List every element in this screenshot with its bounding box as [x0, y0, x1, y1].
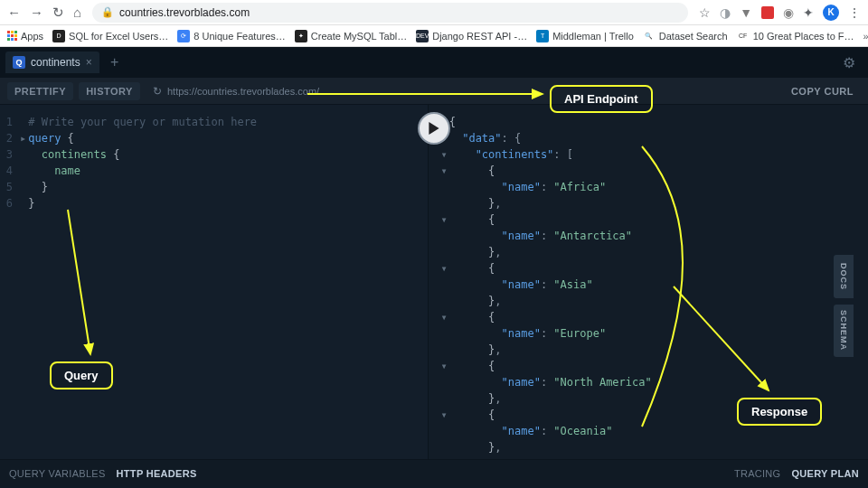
- bookmark-item[interactable]: ⟳8 Unique Features…: [177, 30, 286, 42]
- query-plan-tab[interactable]: QUERY PLAN: [791, 468, 859, 479]
- copy-curl-button[interactable]: COPY CURL: [784, 82, 861, 100]
- apps-button[interactable]: Apps: [7, 31, 43, 42]
- ext-icon-4[interactable]: ◉: [783, 5, 794, 20]
- nav-back-icon[interactable]: ←: [7, 5, 21, 21]
- execute-button[interactable]: [418, 112, 450, 145]
- star-icon[interactable]: ☆: [699, 5, 711, 20]
- schema-rail[interactable]: SCHEMA: [834, 305, 854, 357]
- bookmarks-bar: Apps DSQL for Excel Users…⟳8 Unique Feat…: [0, 25, 868, 47]
- favicon: 🔍: [643, 30, 656, 42]
- tracing-tab[interactable]: TRACING: [734, 468, 781, 479]
- graphql-playground: Q continents × + ⚙ PRETTIFY HISTORY ↻ ht…: [0, 47, 868, 488]
- address-bar[interactable]: 🔒 countries.trevorblades.com: [92, 3, 688, 23]
- apps-grid-icon: [7, 31, 17, 41]
- favicon: ✦: [295, 30, 307, 42]
- footer-tabs: QUERY VARIABLES HTTP HEADERS TRACING QUE…: [0, 459, 868, 486]
- endpoint-url-field[interactable]: ↻ https://countries.trevorblades.com/: [146, 85, 778, 98]
- reload-icon: ↻: [153, 85, 162, 98]
- url-text: countries.trevorblades.com: [119, 6, 250, 19]
- http-headers-tab[interactable]: HTTP HEADERS: [117, 468, 197, 479]
- prettify-button[interactable]: PRETTIFY: [7, 82, 73, 100]
- ext-icon-2[interactable]: ▼: [740, 5, 752, 20]
- favicon: CF: [737, 30, 750, 42]
- response-viewer[interactable]: ▾{▾ "data": {▾ "continents": [▾ { "name"…: [428, 105, 869, 459]
- query-variables-tab[interactable]: QUERY VARIABLES: [9, 468, 106, 479]
- ext-icon-3[interactable]: [761, 6, 774, 19]
- tab-label: continents: [31, 56, 80, 69]
- query-type-icon: Q: [13, 56, 25, 69]
- nav-forward-icon[interactable]: →: [30, 5, 43, 21]
- favicon: ⟳: [177, 30, 190, 42]
- favicon: T: [536, 30, 549, 42]
- menu-icon[interactable]: ⋮: [848, 5, 861, 20]
- lock-icon: 🔒: [101, 6, 114, 18]
- bookmark-item[interactable]: TMiddleman | Trello: [536, 30, 634, 42]
- nav-home-icon[interactable]: ⌂: [73, 5, 81, 21]
- tab-bar: Q continents × + ⚙: [0, 47, 868, 78]
- profile-avatar[interactable]: K: [823, 5, 839, 21]
- bookmark-item[interactable]: CF10 Great Places to F…: [737, 30, 854, 42]
- bookmark-item[interactable]: DSQL for Excel Users…: [52, 30, 168, 42]
- bookmark-item[interactable]: ✦Create MySQL Tabl…: [295, 30, 407, 42]
- gear-icon[interactable]: ⚙: [843, 54, 855, 71]
- bookmark-item[interactable]: 🔍Dataset Search: [643, 30, 728, 42]
- extensions-icon[interactable]: ✦: [803, 5, 814, 20]
- add-tab-button[interactable]: +: [105, 52, 125, 72]
- close-icon[interactable]: ×: [86, 56, 92, 69]
- endpoint-url-text: https://countries.trevorblades.com/: [167, 86, 319, 97]
- bookmarks-overflow[interactable]: »: [863, 31, 868, 42]
- tab-continents[interactable]: Q continents ×: [5, 52, 99, 73]
- favicon: D: [52, 30, 65, 42]
- ext-icon-1[interactable]: ◑: [720, 5, 731, 20]
- browser-toolbar: ← → ↻ ⌂ 🔒 countries.trevorblades.com ☆ ◑…: [0, 0, 868, 25]
- playground-toolbar: PRETTIFY HISTORY ↻ https://countries.tre…: [0, 78, 868, 105]
- nav-reload-icon[interactable]: ↻: [52, 5, 64, 21]
- history-button[interactable]: HISTORY: [79, 82, 140, 100]
- bookmark-item[interactable]: DEVDjango REST API -…: [416, 30, 527, 42]
- favicon: DEV: [416, 30, 429, 42]
- docs-rail[interactable]: DOCS: [834, 255, 854, 298]
- query-editor[interactable]: 1 # Write your query or mutation here2▸q…: [0, 105, 428, 459]
